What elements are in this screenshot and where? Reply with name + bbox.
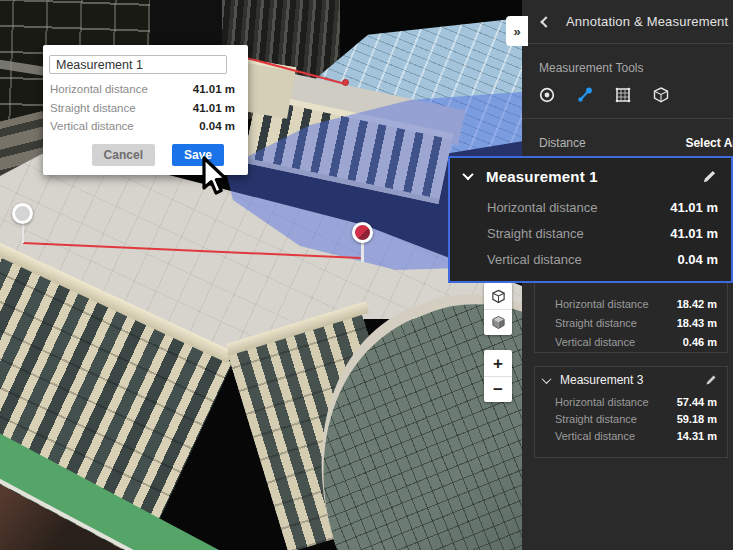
- dialog-row-label: Vertical distance: [50, 120, 134, 132]
- wireframe-cube-button[interactable]: [484, 283, 512, 309]
- dialog-row-label: Horizontal distance: [50, 83, 148, 95]
- measurement-3-title: Measurement 3: [560, 373, 705, 387]
- panel-title: Annotation & Measurement: [566, 14, 728, 29]
- row-label: Vertical distance: [487, 252, 582, 267]
- pin-stem: [22, 223, 24, 243]
- edit-pencil-icon[interactable]: [702, 169, 717, 184]
- measurement-row: Horizontal distance 41.01 m: [450, 194, 731, 220]
- measurement-2-card: Horizontal distance 18.42 m Straight dis…: [534, 282, 728, 353]
- chevron-down-icon[interactable]: [542, 374, 552, 384]
- volume-tool-icon: [652, 86, 670, 104]
- measure-pin-end[interactable]: [352, 222, 373, 243]
- measurement-name-input[interactable]: [49, 55, 227, 74]
- minus-icon: −: [493, 381, 503, 398]
- row-value: 0.04 m: [678, 252, 718, 267]
- measure-pin-start[interactable]: [12, 203, 33, 224]
- active-measurement-panel: Measurement 1 Horizontal distance 41.01 …: [448, 156, 733, 283]
- row-value: 18.43 m: [677, 317, 717, 329]
- row-label: Straight distance: [487, 226, 584, 241]
- view-mode-controls: [484, 283, 512, 335]
- measurement-row: Horizontal distance 18.42 m: [535, 294, 727, 313]
- row-value: 14.31 m: [677, 430, 717, 442]
- row-label: Straight distance: [555, 413, 637, 425]
- measurement-row: Straight distance 59.18 m: [535, 410, 727, 427]
- dialog-row: Vertical distance 0.04 m: [50, 120, 235, 132]
- distance-section-header: Distance Select All: [539, 136, 733, 150]
- row-label: Vertical distance: [555, 336, 635, 348]
- measurement-row: Vertical distance 0.04 m: [450, 246, 731, 272]
- measurement-3-card: Measurement 3 Horizontal distance 57.44 …: [534, 366, 728, 458]
- row-value: 0.46 m: [683, 336, 717, 348]
- area-tool-button[interactable]: [612, 84, 634, 106]
- row-label: Horizontal distance: [555, 396, 649, 408]
- dialog-row-value: 41.01 m: [193, 83, 235, 95]
- row-value: 41.01 m: [670, 200, 718, 215]
- point-tool-button[interactable]: [536, 84, 558, 106]
- panel-header: Annotation & Measurement: [522, 0, 733, 44]
- measurement-row: Horizontal distance 57.44 m: [535, 393, 727, 410]
- dialog-row-value: 0.04 m: [199, 120, 235, 132]
- zoom-out-button[interactable]: −: [484, 376, 512, 402]
- row-label: Horizontal distance: [555, 298, 649, 310]
- chevron-down-icon[interactable]: [462, 169, 473, 180]
- plus-icon: +: [493, 355, 503, 372]
- zoom-in-button[interactable]: +: [484, 350, 512, 376]
- back-chevron-icon[interactable]: [540, 16, 551, 27]
- section-divider: [522, 118, 733, 119]
- measurement-3-header: Measurement 3: [535, 367, 727, 393]
- pin-stem: [361, 242, 364, 262]
- cancel-button[interactable]: Cancel: [92, 144, 155, 166]
- row-label: Vertical distance: [555, 430, 635, 442]
- distance-tool-button[interactable]: [574, 84, 596, 106]
- zoom-controls: + −: [484, 350, 512, 402]
- dialog-row: Horizontal distance 41.01 m: [50, 83, 235, 95]
- row-label: Horizontal distance: [487, 200, 598, 215]
- row-label: Straight distance: [555, 317, 637, 329]
- measurement-row: Straight distance 41.01 m: [450, 220, 731, 246]
- cube-solid-icon: [491, 315, 506, 330]
- dialog-row-value: 41.01 m: [193, 102, 235, 114]
- measurement-row: Straight distance 18.43 m: [535, 313, 727, 332]
- area-tool-icon: [614, 86, 632, 104]
- distance-tool-icon: [576, 86, 594, 104]
- arrow-cursor-icon: [202, 156, 232, 198]
- active-measurement-header: Measurement 1: [450, 158, 731, 194]
- point-tool-icon: [538, 86, 556, 104]
- row-value: 57.44 m: [677, 396, 717, 408]
- select-all-button[interactable]: Select All: [685, 136, 733, 150]
- app-window: Horizontal distance 41.01 m Straight dis…: [0, 0, 733, 550]
- measurement-row: Vertical distance 0.46 m: [535, 332, 727, 351]
- solid-cube-button[interactable]: [484, 309, 512, 335]
- measurement-tools-label: Measurement Tools: [539, 61, 644, 75]
- active-measurement-title: Measurement 1: [486, 168, 702, 185]
- dialog-row: Straight distance 41.01 m: [50, 102, 235, 114]
- collapse-panel-button[interactable]: »: [506, 16, 528, 46]
- cube-outline-icon: [491, 289, 506, 304]
- row-value: 59.18 m: [677, 413, 717, 425]
- measurement-row: Vertical distance 14.31 m: [535, 427, 727, 444]
- measure-point-dot[interactable]: [342, 79, 349, 86]
- volume-tool-button[interactable]: [650, 84, 672, 106]
- row-value: 18.42 m: [677, 298, 717, 310]
- dialog-row-label: Straight distance: [50, 102, 136, 114]
- row-value: 41.01 m: [670, 226, 718, 241]
- mouse-cursor: [202, 156, 232, 202]
- measurement-tools-row: [536, 84, 672, 106]
- distance-label: Distance: [539, 136, 586, 150]
- edit-pencil-icon[interactable]: [705, 374, 717, 386]
